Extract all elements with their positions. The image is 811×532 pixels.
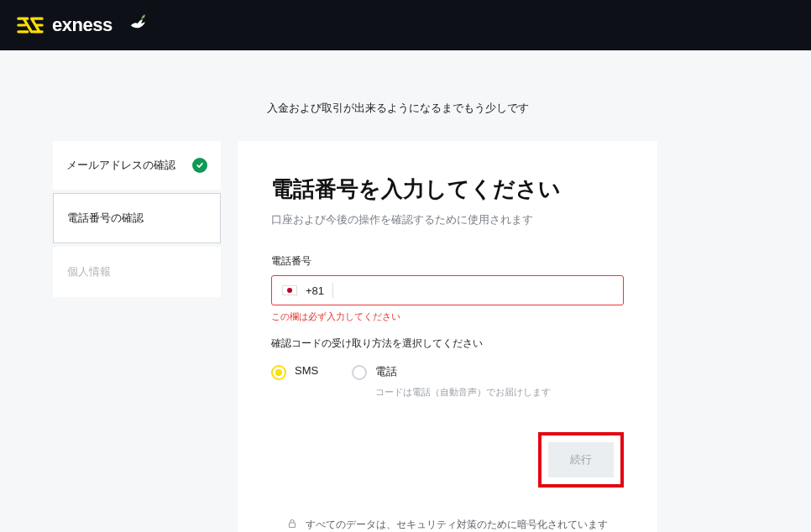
steps-sidebar: メールアドレスの確認 電話番号の確認 個人情報	[53, 141, 221, 532]
brand-logo-text: exness	[52, 14, 112, 36]
brand-logo-group[interactable]: exness	[17, 13, 148, 37]
radio-text-group: 電話 コードは電話（自動音声）でお届けします	[375, 364, 551, 399]
radio-option-phone[interactable]: 電話 コードは電話（自動音声）でお届けします	[352, 364, 551, 399]
svg-rect-0	[290, 523, 296, 528]
radio-dot	[275, 369, 282, 376]
radio-label: 電話	[375, 364, 551, 379]
content-wrapper: 入金および取引が出来るようになるまでもう少しです メールアドレスの確認 電話番号…	[53, 101, 758, 532]
sidebar-item-label: 個人情報	[67, 264, 111, 279]
radio-button-icon	[352, 365, 367, 380]
radio-label: SMS	[295, 364, 318, 377]
phone-input-group[interactable]: +81	[271, 275, 624, 305]
radio-group: SMS 電話 コードは電話（自動音声）でお届けします	[271, 364, 624, 399]
button-row: 続行	[271, 432, 624, 488]
security-note-text: すべてのデータは、セキュリティ対策のために暗号化されています	[306, 518, 608, 532]
flag-japan-icon[interactable]	[282, 285, 297, 295]
continue-button[interactable]: 続行	[548, 442, 614, 477]
sidebar-item-email-verification[interactable]: メールアドレスの確認	[53, 141, 221, 190]
sidebar-item-personal-info: 個人情報	[53, 247, 221, 297]
security-note: すべてのデータは、セキュリティ対策のために暗号化されています	[271, 518, 624, 532]
field-error-message: この欄は必ず入力してください	[271, 310, 624, 323]
header-bar: exness	[0, 0, 811, 50]
annotation-highlight: 続行	[538, 432, 624, 488]
page-subtitle: 入金および取引が出来るようになるまでもう少しです	[267, 101, 758, 116]
brand-logo-mark	[17, 16, 44, 34]
input-divider	[332, 283, 333, 298]
radio-text-group: SMS	[295, 364, 318, 377]
lock-icon	[287, 519, 297, 531]
sidebar-item-label: メールアドレスの確認	[66, 158, 175, 173]
phone-field-label: 電話番号	[271, 254, 624, 269]
radio-button-icon	[271, 365, 286, 380]
form-description: 口座および今後の操作を確認するために使用されます	[271, 212, 624, 227]
sidebar-item-phone-verification[interactable]: 電話番号の確認	[53, 193, 221, 243]
radio-hint: コードは電話（自動音声）でお届けします	[375, 386, 551, 399]
layout-row: メールアドレスの確認 電話番号の確認 個人情報 電話番号を入力してください 口座…	[53, 141, 758, 532]
verification-method-label: 確認コードの受け取り方法を選択してください	[271, 336, 624, 351]
form-title: 電話番号を入力してください	[271, 175, 624, 204]
main-content: 入金および取引が出来るようになるまでもう少しです メールアドレスの確認 電話番号…	[0, 50, 811, 532]
form-panel: 電話番号を入力してください 口座および今後の操作を確認するために使用されます 電…	[238, 141, 657, 532]
sidebar-item-label: 電話番号の確認	[67, 211, 144, 226]
dove-icon	[128, 13, 148, 37]
check-icon	[192, 158, 207, 173]
phone-number-input[interactable]	[342, 284, 613, 297]
radio-option-sms[interactable]: SMS	[271, 364, 318, 380]
dial-code: +81	[306, 284, 324, 297]
